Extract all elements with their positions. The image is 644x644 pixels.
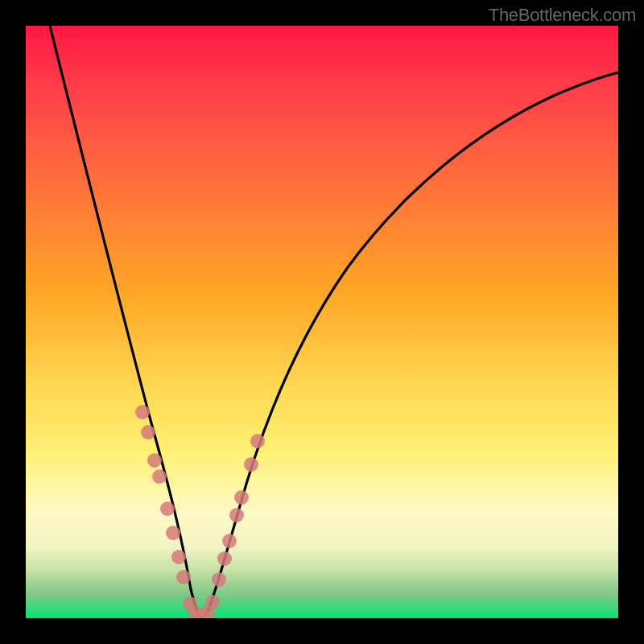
- plot-svg: [26, 26, 618, 618]
- marker-dot: [229, 508, 244, 522]
- marker-dot: [176, 570, 191, 584]
- marker-dot: [160, 502, 175, 516]
- chart-frame: TheBottleneck.com: [0, 0, 644, 644]
- marker-dot: [141, 425, 155, 440]
- marker-dot: [166, 526, 180, 540]
- marker-dot: [222, 534, 237, 548]
- marker-dot: [250, 434, 265, 448]
- marker-dot: [244, 457, 258, 472]
- marker-dot: [135, 405, 150, 419]
- plot-area: [26, 26, 618, 618]
- marker-dot: [205, 595, 220, 609]
- marker-dot: [234, 490, 249, 505]
- bottleneck-curve: [50, 26, 618, 617]
- marker-dot: [217, 551, 232, 566]
- marker-dot: [147, 453, 162, 468]
- marker-dot: [152, 469, 167, 484]
- watermark-text: TheBottleneck.com: [489, 5, 636, 26]
- marker-dot: [212, 572, 226, 587]
- marker-dot: [171, 550, 186, 564]
